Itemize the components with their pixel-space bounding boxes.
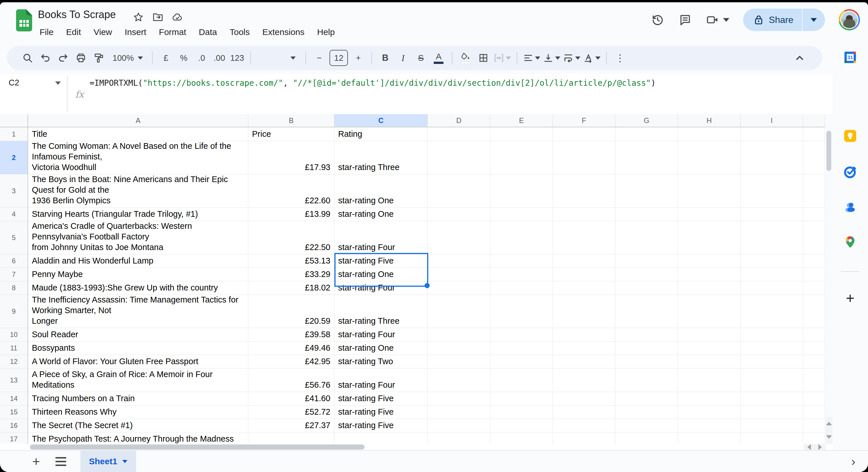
column-header-B[interactable]: B	[248, 114, 334, 127]
cell-F5[interactable]	[553, 221, 615, 255]
cell-D12[interactable]	[428, 355, 490, 369]
cell-F6[interactable]	[553, 255, 615, 268]
cell-E2[interactable]	[490, 141, 553, 174]
cell-partial-1[interactable]	[803, 127, 825, 141]
cell-D10[interactable]	[428, 328, 490, 341]
cell-C17[interactable]	[334, 432, 428, 444]
scroll-up-icon[interactable]	[826, 422, 832, 425]
version-history-icon[interactable]	[651, 13, 664, 27]
decrease-font-size-button[interactable]: −	[312, 50, 327, 66]
vertical-scrollbar[interactable]	[826, 114, 832, 444]
cell-F13[interactable]	[553, 369, 615, 392]
row-header-13[interactable]: 13	[0, 369, 28, 392]
cell-D2[interactable]	[428, 141, 490, 174]
cell-H13[interactable]	[678, 369, 741, 392]
row-header-17[interactable]: 17	[0, 432, 28, 444]
column-header-I[interactable]: I	[741, 114, 803, 127]
undo-icon[interactable]	[38, 50, 53, 66]
add-sheet-button[interactable]: +	[28, 453, 45, 469]
cell-B5[interactable]: £22.50	[248, 221, 334, 255]
row-header-5[interactable]: 5	[0, 221, 28, 255]
expand-side-panel-icon[interactable]: ›	[851, 455, 856, 469]
horizontal-align-button[interactable]	[523, 50, 540, 66]
cell-A13[interactable]: A Piece of Sky, a Grain of Rice: A Memoi…	[28, 369, 248, 392]
cell-C14[interactable]: star-rating Five	[334, 392, 428, 405]
cell-H1[interactable]	[678, 127, 741, 141]
row-header-16[interactable]: 16	[0, 419, 28, 432]
cell-E14[interactable]	[490, 392, 553, 405]
decrease-decimal-button[interactable]: .0	[194, 50, 209, 66]
cell-G5[interactable]	[615, 221, 678, 255]
cell-A12[interactable]: A World of Flavor: Your Gluten Free Pass…	[28, 355, 248, 369]
scroll-right-icon[interactable]	[818, 444, 822, 450]
cell-I3[interactable]	[741, 174, 803, 208]
cell-B1[interactable]: Price	[248, 127, 334, 141]
cell-C10[interactable]: star-rating Four	[334, 328, 428, 341]
cell-I7[interactable]	[741, 268, 803, 281]
fill-color-button[interactable]	[458, 50, 473, 66]
cell-F14[interactable]	[553, 392, 615, 405]
cell-B9[interactable]: £20.59	[248, 295, 334, 328]
text-rotation-button[interactable]	[583, 50, 600, 66]
menu-insert[interactable]: Insert	[119, 25, 153, 40]
cell-A8[interactable]: Maude (1883-1993):She Grew Up with the c…	[28, 281, 248, 295]
cell-A16[interactable]: The Secret (The Secret #1)	[28, 419, 248, 432]
menu-help[interactable]: Help	[311, 25, 341, 40]
cell-C12[interactable]: star-rating Two	[334, 355, 428, 369]
cell-D7[interactable]	[428, 268, 490, 281]
cell-I6[interactable]	[741, 255, 803, 268]
cell-G7[interactable]	[615, 268, 678, 281]
cell-B16[interactable]: £27.37	[248, 419, 334, 432]
cell-C1[interactable]: Rating	[334, 127, 428, 141]
cell-A2[interactable]: The Coming Woman: A Novel Based on the L…	[28, 141, 248, 174]
cell-H15[interactable]	[678, 405, 741, 419]
cell-E15[interactable]	[490, 405, 553, 419]
format-currency-button[interactable]: £	[158, 50, 174, 66]
cell-F16[interactable]	[553, 419, 615, 432]
horizontal-scrollbar-thumb[interactable]	[30, 444, 365, 450]
cell-E1[interactable]	[490, 127, 553, 141]
cell-B7[interactable]: £33.29	[248, 268, 334, 281]
calendar-icon[interactable]: 31	[843, 50, 857, 64]
cell-E11[interactable]	[490, 341, 553, 355]
all-sheets-icon[interactable]	[52, 457, 69, 466]
cell-A5[interactable]: America's Cradle of Quarterbacks: Wester…	[28, 221, 248, 255]
font-size-input[interactable]: 12	[330, 50, 348, 66]
search-icon[interactable]	[20, 50, 35, 66]
cell-partial-8[interactable]	[803, 281, 825, 295]
move-folder-icon[interactable]	[152, 11, 164, 23]
cell-E6[interactable]	[490, 255, 553, 268]
text-wrap-button[interactable]	[563, 50, 580, 66]
cell-F8[interactable]	[553, 281, 615, 295]
row-header-10[interactable]: 10	[0, 328, 28, 341]
cell-partial-15[interactable]	[803, 405, 825, 419]
cell-I2[interactable]	[741, 141, 803, 174]
cell-B10[interactable]: £39.58	[248, 328, 334, 341]
cell-A15[interactable]: Thirteen Reasons Why	[28, 405, 248, 419]
increase-font-size-button[interactable]: +	[351, 50, 366, 66]
horizontal-scrollbar[interactable]	[0, 444, 832, 450]
zoom-select[interactable]: 100%	[109, 50, 146, 66]
column-header-partial[interactable]	[803, 114, 825, 127]
cell-D16[interactable]	[428, 419, 490, 432]
menu-format[interactable]: Format	[153, 25, 193, 40]
print-icon[interactable]	[73, 50, 88, 66]
cell-D1[interactable]	[428, 127, 490, 141]
cell-C2[interactable]: star-rating Three	[334, 141, 428, 174]
cell-partial-13[interactable]	[803, 369, 825, 392]
cell-B12[interactable]: £42.95	[248, 355, 334, 369]
contacts-icon[interactable]	[843, 200, 857, 214]
row-header-3[interactable]: 3	[0, 174, 28, 208]
cell-G2[interactable]	[615, 141, 678, 174]
column-header-A[interactable]: A	[28, 114, 248, 127]
cell-E16[interactable]	[490, 419, 553, 432]
cell-B6[interactable]: £53.13	[248, 255, 334, 268]
cell-A14[interactable]: Tracing Numbers on a Train	[28, 392, 248, 405]
cell-H2[interactable]	[678, 141, 741, 174]
cell-H11[interactable]	[678, 341, 741, 355]
cell-partial-17[interactable]	[803, 432, 825, 444]
column-header-G[interactable]: G	[615, 114, 678, 127]
cell-F15[interactable]	[553, 405, 615, 419]
cell-F7[interactable]	[553, 268, 615, 281]
cell-C7[interactable]: star-rating One	[334, 268, 428, 281]
